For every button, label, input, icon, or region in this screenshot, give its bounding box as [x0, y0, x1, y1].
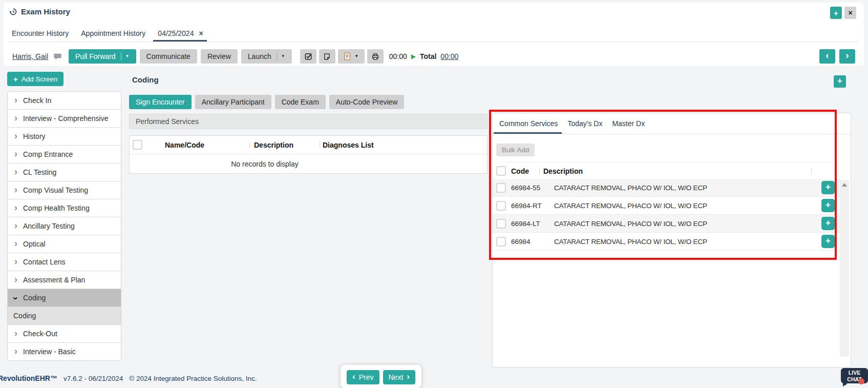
add-service-button[interactable]: +: [821, 199, 835, 212]
service-code: 66984-55: [511, 184, 543, 192]
tab-exam-date[interactable]: 04/25/2024 ×: [158, 29, 203, 37]
tab-todays-dx[interactable]: Today's Dx: [567, 113, 602, 134]
sidebar-item[interactable]: › Assessment & Plan: [8, 271, 121, 289]
services-tabs: Common Services Today's Dx Master Dx: [493, 113, 851, 134]
app-footer: RevolutionEHR™ v7.6.2 - 06/21/2024 © 202…: [0, 374, 257, 382]
button-divider: [277, 52, 277, 60]
row-checkbox[interactable]: [496, 219, 506, 229]
close-icon: ×: [848, 9, 852, 17]
coding-actions: Sign Encounter Ancillary Participant Cod…: [129, 95, 404, 109]
section-title: Coding: [132, 75, 159, 84]
sidebar-item[interactable]: › History: [8, 128, 121, 146]
services-table-header: Code Description: [493, 162, 840, 180]
service-code: 66984-LT: [511, 220, 543, 228]
sidebar-item[interactable]: › Comp Entrance: [8, 146, 121, 164]
scrollbar[interactable]: [840, 180, 849, 357]
plus-icon: +: [837, 76, 842, 86]
caret-down-icon: ▼: [125, 54, 130, 58]
add-service-button[interactable]: +: [821, 235, 835, 248]
table-header-row: Name/Code Description Diagnoses List: [130, 136, 487, 154]
encounter-toolbar: Harris, Gail Pull Forward ▼ Communicate …: [12, 49, 458, 64]
tabs-divider: [9, 42, 859, 42]
patient-link[interactable]: Harris, Gail: [12, 52, 48, 60]
tab-common-services[interactable]: Common Services: [499, 113, 558, 134]
prev-encounter-button[interactable]: ‹: [819, 49, 835, 64]
close-tab-icon[interactable]: ×: [199, 30, 203, 37]
notes-button[interactable]: [319, 49, 335, 64]
tab-master-dx[interactable]: Master Dx: [612, 113, 645, 134]
row-checkbox[interactable]: [496, 201, 506, 211]
auto-code-preview-button[interactable]: Auto-Code Preview: [329, 95, 405, 109]
tab-appointment-history[interactable]: Appointment History: [81, 29, 145, 37]
printer-icon: [371, 53, 379, 60]
plus-icon: +: [825, 200, 831, 210]
column-header-diagnoses: Diagnoses List: [320, 141, 487, 149]
next-screen-button[interactable]: Next ›: [383, 370, 415, 384]
tab-encounter-history[interactable]: Encounter History: [12, 29, 69, 37]
tasks-button[interactable]: [300, 49, 316, 64]
caret-down-icon: ▼: [354, 54, 358, 58]
service-row: 66984-55 CATARACT REMOVAL, PHACO W/ IOL,…: [493, 179, 840, 197]
sidebar-item[interactable]: › Interview - Comprehensive: [8, 110, 121, 128]
column-header-description: Description: [250, 141, 320, 149]
services-panel: Common Services Today's Dx Master Dx Bul…: [492, 113, 851, 367]
encounter-timer: 00:00 ▶ Total 00:00: [389, 52, 459, 60]
sidebar-item[interactable]: › Check-Out: [8, 325, 121, 343]
empty-message: No records to display: [130, 154, 487, 173]
performed-services-header: Performed Services: [129, 114, 488, 129]
sidebar-item[interactable]: › Check In: [8, 92, 121, 110]
service-row: 66984 CATARACT REMOVAL, PHACO W/ IOL, W/…: [493, 233, 840, 251]
bulk-add-button[interactable]: Bulk Add: [496, 144, 535, 156]
window-header: Exam History + × Encounter History Appoi…: [4, 3, 864, 66]
sidebar-item[interactable]: › CL Testing: [8, 164, 121, 181]
sidebar-item[interactable]: › Comp Health Testing: [8, 199, 121, 217]
service-description: CATARACT REMOVAL, PHACO W/ IOL, W/O ECP: [543, 184, 821, 192]
print-button[interactable]: [367, 49, 384, 64]
checkbox-check-icon: [304, 52, 312, 60]
select-all-checkbox[interactable]: [496, 166, 506, 176]
add-service-button[interactable]: +: [821, 181, 835, 194]
sidebar-item[interactable]: › Optical: [8, 235, 121, 253]
sidebar-item[interactable]: › Ancillary Testing: [8, 217, 121, 235]
row-checkbox[interactable]: [496, 237, 506, 247]
ancillary-participant-button[interactable]: Ancillary Participant: [195, 95, 271, 109]
total-label: Total: [420, 52, 436, 60]
next-encounter-button[interactable]: ›: [839, 49, 855, 64]
services-table: 66984-55 CATARACT REMOVAL, PHACO W/ IOL,…: [493, 179, 840, 251]
sidebar-item[interactable]: › Coding: [8, 307, 121, 325]
history-icon: [9, 7, 17, 16]
sign-encounter-button[interactable]: Sign Encounter: [129, 95, 192, 109]
sidebar-item[interactable]: › Coding: [8, 289, 121, 307]
close-window-button[interactable]: ×: [844, 7, 856, 19]
column-header-code: Code: [511, 167, 539, 175]
scroll-up-icon[interactable]: [842, 183, 847, 187]
select-all-checkbox[interactable]: [133, 140, 142, 150]
exam-screens-nav: › Check In › Interview - Comprehensive ›…: [7, 91, 121, 361]
add-coding-item-button[interactable]: +: [834, 75, 846, 88]
sidebar-item[interactable]: › Contact Lens: [8, 253, 121, 271]
documents-button[interactable]: ▼: [338, 49, 365, 64]
pull-forward-button[interactable]: Pull Forward ▼: [69, 49, 136, 64]
service-row: 66984-LT CATARACT REMOVAL, PHACO W/ IOL,…: [493, 215, 840, 233]
review-button[interactable]: Review: [201, 49, 238, 64]
timer-value: 00:00: [389, 52, 407, 60]
encounter-nav: ‹ ›: [819, 49, 855, 64]
comment-icon[interactable]: [53, 53, 62, 60]
performed-services-table: Name/Code Description Diagnoses List No …: [129, 135, 488, 174]
add-service-button[interactable]: +: [821, 217, 835, 230]
communicate-button[interactable]: Communicate: [140, 49, 197, 64]
row-checkbox[interactable]: [496, 183, 506, 193]
launch-button[interactable]: Launch ▼: [241, 49, 292, 64]
service-description: CATARACT REMOVAL, PHACO W/ IOL, W/O ECP: [543, 220, 821, 228]
play-icon[interactable]: ▶: [411, 53, 416, 59]
prev-screen-button[interactable]: ‹ Prev: [347, 370, 379, 384]
app-version: v7.6.2 - 06/21/2024: [63, 375, 123, 382]
code-exam-button[interactable]: Code Exam: [275, 95, 326, 109]
total-time-link[interactable]: 00:00: [440, 52, 458, 60]
plus-icon: +: [825, 218, 831, 228]
add-window-button[interactable]: +: [830, 7, 842, 19]
app-brand: RevolutionEHR™: [0, 374, 57, 382]
sidebar-item[interactable]: › Interview - Basic: [8, 343, 121, 360]
add-screen-button[interactable]: + Add Screen: [7, 72, 63, 86]
sidebar-item[interactable]: › Comp Visual Testing: [8, 181, 121, 199]
